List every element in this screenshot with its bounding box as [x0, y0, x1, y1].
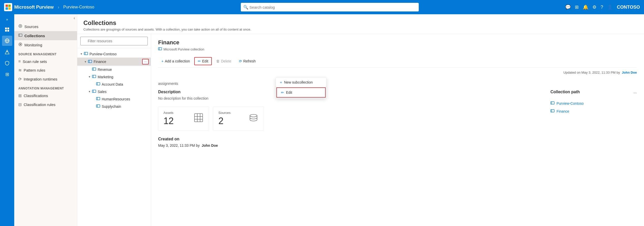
new-subcollection-icon: + [280, 80, 282, 84]
brand-name: Microsoft Purview [14, 5, 54, 10]
expand-arrow-marketing[interactable]: ▼ [87, 75, 92, 79]
tree-panel: ▽ ▼ Purview-Contoso [77, 34, 151, 226]
classifications-icon: ⊞ [18, 93, 22, 98]
tree-node-revenue-label: Revenue [98, 68, 149, 72]
filter-input[interactable] [80, 37, 148, 45]
classification-rules-icon: ⊟ [18, 102, 22, 107]
monitoring-icon [18, 42, 22, 47]
description-section-title: Description [158, 90, 540, 94]
svg-rect-28 [92, 90, 96, 92]
svg-rect-18 [84, 52, 88, 55]
sidebar-item-classification-rules[interactable]: ⊟ Classification rules [14, 100, 77, 109]
path-finance-icon [550, 109, 555, 114]
sidebar-item-label-sources: Sources [24, 24, 38, 29]
tree-node-account-data-label: Account Data [102, 82, 149, 86]
sidebar-item-collections[interactable]: Collections [14, 31, 77, 40]
svg-rect-36 [194, 114, 203, 122]
detail-toolbar: + Add a collection ✏ Edit 🗑 Delete ⟳ Ref… [158, 55, 637, 68]
collapse-nav-button[interactable]: ‹ [74, 16, 75, 20]
sidebar-icon-map[interactable] [2, 36, 12, 46]
tree-node-finance[interactable]: ▼ Finance ··· [77, 58, 151, 66]
dropdown-item-new-subcollection[interactable]: + New subcollection [276, 78, 326, 87]
svg-point-12 [19, 24, 22, 28]
role-assignments-label: assignments [158, 82, 178, 86]
delete-button[interactable]: 🗑 Delete [213, 57, 234, 65]
sidebar-item-integration-runtimes[interactable]: ⟳ Integration runtimes [14, 75, 77, 84]
main-content: Collections Collections are groupings of… [77, 14, 644, 226]
sidebar-icon-catalog[interactable] [2, 24, 12, 35]
collection-icon-root [84, 51, 88, 56]
assets-info: Assets 12 [163, 111, 174, 126]
collection-path-more-button[interactable]: ··· [634, 91, 637, 95]
context-menu-dropdown: + New subcollection ✏ Edit [276, 77, 326, 98]
chat-icon[interactable]: 💬 [565, 4, 571, 10]
page-title: Collections [83, 19, 638, 26]
search-input[interactable] [241, 3, 419, 11]
delete-icon: 🗑 [216, 59, 220, 63]
tenant-name[interactable]: Purview-Contoso [63, 5, 94, 9]
add-collection-label: Add a collection [165, 59, 190, 63]
assets-label: Assets [163, 111, 174, 115]
sidebar-label-pattern-rules: Pattern rules [24, 68, 45, 72]
stats-row: Assets 12 [158, 107, 540, 131]
assets-card: Assets 12 [158, 107, 209, 131]
sources-stat-label: Sources [218, 111, 231, 115]
updated-text: Updated on May 3, 2022, 11:33 PM by [563, 71, 620, 74]
sidebar-icon-policy[interactable] [2, 58, 12, 68]
refresh-button[interactable]: ⟳ Refresh [236, 57, 259, 65]
edit-button[interactable]: ✏ Edit [194, 57, 212, 65]
tree-node-supplychain[interactable]: ▶ Supplychain [77, 103, 151, 110]
path-item-root[interactable]: Purview-Contoso [550, 99, 637, 107]
sidebar-item-classifications[interactable]: ⊞ Classifications [14, 91, 77, 100]
tree-node-revenue[interactable]: ▶ Revenue [77, 66, 151, 73]
sidebar-item-pattern-rules[interactable]: ≋ Pattern rules [14, 66, 77, 75]
tree-node-root[interactable]: ▼ Purview-Contoso [77, 50, 151, 58]
brand-logo[interactable]: Microsoft Purview [4, 3, 54, 11]
expand-arrow-root[interactable]: ▼ [79, 52, 83, 56]
sidebar-item-scan-rule-sets[interactable]: ≡ Scan rule sets [14, 57, 77, 66]
path-item-finance[interactable]: Finance [550, 107, 637, 115]
expand-arrow-finance[interactable]: ▼ [83, 60, 87, 64]
no-description-text: No description for this collection [158, 96, 540, 100]
sidebar-expand-button[interactable]: » [3, 16, 11, 22]
add-collection-button[interactable]: + Add a collection [158, 57, 193, 65]
refresh-label: Refresh [243, 59, 256, 63]
svg-rect-32 [96, 105, 100, 107]
svg-rect-0 [6, 5, 8, 7]
created-section: Created on May 3, 2022, 11:33 PM by John… [158, 137, 540, 148]
scan-rule-sets-icon: ≡ [18, 59, 21, 64]
collection-icon-hr [96, 97, 100, 101]
sidebar-icon-insights[interactable] [2, 47, 12, 57]
tree-node-marketing-label: Marketing [98, 75, 149, 79]
dropdown-label-edit: Edit [286, 90, 292, 95]
person-icon[interactable]: 👤 [607, 4, 613, 10]
sidebar-item-monitoring[interactable]: Monitoring [14, 40, 77, 49]
grid-icon[interactable]: ⊞ [575, 4, 579, 10]
tree-node-sales[interactable]: ▼ Sales [77, 88, 151, 95]
collection-icon-revenue [92, 67, 96, 72]
nav-actions: 💬 ⊞ 🔔 ⚙ ? 👤 CONTOSO [565, 4, 640, 10]
tree-node-account-data[interactable]: ▶ Account Data [77, 81, 151, 88]
edit-icon: ✏ [198, 59, 201, 63]
tree-node-finance-label: Finance [94, 60, 142, 64]
dropdown-item-edit[interactable]: ✏ Edit [276, 87, 326, 98]
sources-icon [18, 24, 22, 29]
source-management-section-label: Source management [14, 49, 77, 57]
tree-node-human-resources[interactable]: ▶ HumanResources [77, 95, 151, 103]
user-name[interactable]: CONTOSO [617, 5, 640, 10]
collection-path-title: Collection path [550, 90, 580, 94]
svg-rect-44 [551, 110, 554, 112]
expand-arrow-sales[interactable]: ▼ [87, 90, 92, 94]
finance-more-button[interactable]: ··· [142, 59, 149, 64]
sidebar-item-label-collections: Collections [24, 34, 45, 38]
sources-stat-value: 2 [218, 116, 231, 126]
svg-rect-14 [19, 34, 22, 36]
svg-rect-5 [7, 28, 9, 29]
path-finance-label: Finance [557, 109, 569, 113]
bell-icon[interactable]: 🔔 [583, 4, 588, 10]
sidebar-icon-solutions[interactable]: ⊞ [2, 69, 12, 79]
tree-node-marketing[interactable]: ▼ Marketing [77, 73, 151, 81]
help-icon[interactable]: ? [601, 5, 603, 10]
settings-icon[interactable]: ⚙ [592, 4, 596, 10]
sidebar-item-sources[interactable]: Sources [14, 22, 77, 31]
